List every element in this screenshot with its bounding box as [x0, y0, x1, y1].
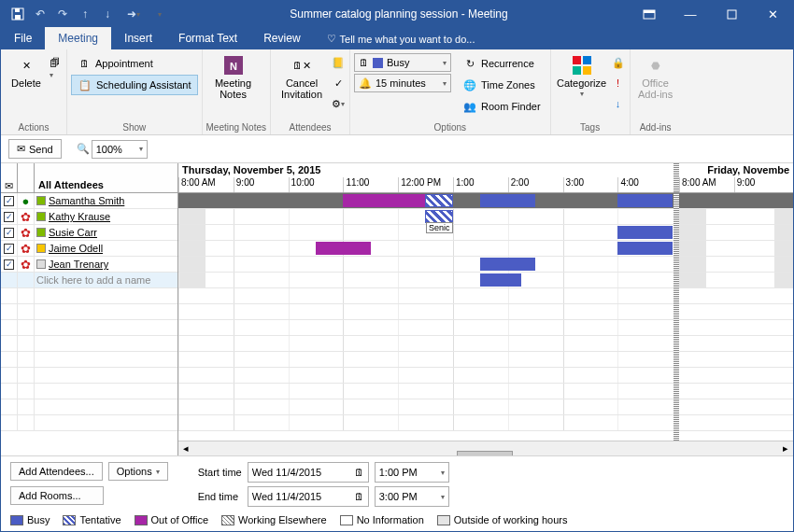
oof-swatch-icon: [135, 515, 148, 525]
group-label-show: Show: [71, 120, 198, 134]
horizontal-scrollbar[interactable]: ◂ ▸: [178, 441, 793, 455]
attendee-row[interactable]: ✓ ● Samantha Smith: [1, 193, 177, 209]
attendee-name: Samantha Smith: [49, 195, 124, 206]
envelope-column-icon[interactable]: ✉: [1, 163, 18, 192]
end-time-dropdown[interactable]: 3:00 PM▾: [375, 486, 449, 507]
checkbox-icon[interactable]: ✓: [4, 228, 14, 238]
categorize-button[interactable]: Categorize ▾: [555, 51, 609, 119]
attendee-row[interactable]: ✓ ✿ Jaime Odell: [1, 241, 177, 257]
add-attendee-row[interactable]: Click here to add a name: [1, 273, 177, 288]
svg-text:N: N: [230, 61, 237, 72]
ribbon-display-icon[interactable]: [629, 1, 670, 27]
presence-icon: [36, 259, 46, 269]
checkbox-icon[interactable]: ✓: [4, 244, 14, 254]
freebusy-block-tentative[interactable]: Senic: [425, 210, 453, 223]
add-attendees-button[interactable]: Add Attendees...: [10, 462, 103, 481]
options-button[interactable]: Options ▾: [108, 462, 168, 481]
tab-insert[interactable]: Insert: [111, 27, 165, 49]
scroll-left-icon[interactable]: ◂: [178, 442, 193, 455]
delete-icon: ✕: [16, 55, 36, 76]
undo-icon[interactable]: ↶: [31, 5, 50, 23]
attendee-list: ✉ All Attendees ✓ ● Samantha Smith ✓ ✿ K…: [1, 163, 178, 455]
next-icon[interactable]: ↓: [98, 5, 117, 23]
private-icon[interactable]: 🔒: [611, 55, 626, 70]
tab-format-text[interactable]: Format Text: [165, 27, 250, 49]
window-controls: ― ✕: [629, 1, 793, 27]
forward-icon[interactable]: ➜▾: [121, 5, 147, 23]
room-finder-button[interactable]: 👥Room Finder: [457, 96, 546, 117]
freebusy-block-busy[interactable]: [617, 226, 673, 239]
delete-button[interactable]: ✕ Delete: [5, 51, 48, 119]
group-label-tags: Tags: [555, 120, 626, 134]
prev-icon[interactable]: ↑: [76, 5, 94, 23]
checkbox-icon[interactable]: ✓: [4, 212, 14, 222]
start-date-input[interactable]: Wed 11/4/2015🗓: [248, 462, 369, 483]
freebusy-block-busy[interactable]: [480, 258, 535, 271]
recurrence-button[interactable]: ↻Recurrence: [457, 53, 546, 74]
tentative-swatch-icon: [63, 515, 76, 525]
attendee-row[interactable]: ✓ ✿ Kathy Krause: [1, 209, 177, 225]
ribbon-group-tags: Categorize ▾ 🔒 ! ↓ Tags: [551, 49, 631, 134]
high-importance-icon[interactable]: !: [611, 76, 626, 91]
attendee-row[interactable]: ✓ ✿ Jean Trenary: [1, 257, 177, 273]
actions-more-icon[interactable]: 🗐▾: [50, 51, 63, 79]
response-options-icon[interactable]: ⚙▾: [331, 96, 346, 111]
quick-access-toolbar: ↶ ↷ ↑ ↓ ➜▾ ▾: [8, 5, 169, 23]
timeline-body[interactable]: Senic: [178, 193, 793, 441]
checkbox-icon[interactable]: ✓: [4, 259, 14, 270]
calendar-picker-icon[interactable]: 🗓: [354, 491, 364, 502]
redo-icon[interactable]: ↷: [53, 5, 72, 23]
calendar-picker-icon[interactable]: 🗓: [354, 467, 364, 478]
freebusy-block-busy: [617, 194, 673, 207]
meeting-notes-button[interactable]: N Meeting Notes: [206, 51, 261, 119]
busy-swatch-icon: [373, 58, 383, 68]
reminder-dropdown[interactable]: 🔔 15 minutes ▾: [354, 74, 451, 92]
maximize-icon[interactable]: [711, 1, 752, 27]
tab-meeting[interactable]: Meeting: [45, 27, 111, 49]
checkbox-icon[interactable]: ✓: [4, 196, 14, 206]
low-importance-icon[interactable]: ↓: [611, 96, 626, 111]
send-button[interactable]: ✉ Send: [8, 139, 62, 159]
appointment-button[interactable]: 🗓 Appointment: [71, 53, 198, 74]
start-time-dropdown[interactable]: 1:00 PM▾: [375, 462, 449, 483]
day1-hours: 8:00 AM 9:00 10:00 11:00 12:00 PM 1:00 2…: [178, 177, 673, 192]
time-zones-button[interactable]: 🌐Time Zones: [457, 75, 546, 95]
svg-rect-4: [644, 10, 655, 13]
chevron-down-icon: ▾: [580, 91, 584, 99]
recurrence-icon: ↻: [462, 56, 477, 71]
categorize-icon: [572, 55, 592, 76]
freebusy-block-busy[interactable]: [617, 242, 673, 255]
tab-review[interactable]: Review: [250, 27, 313, 49]
minimize-icon[interactable]: ―: [670, 1, 711, 27]
show-as-dropdown[interactable]: 🗓 Busy ▾: [354, 53, 451, 72]
freebusy-block-busy[interactable]: [480, 273, 521, 287]
tell-me-search[interactable]: ♡ Tell me what you want to do...: [314, 28, 489, 49]
timeline: Thursday, November 5, 2015 8:00 AM 9:00 …: [178, 163, 793, 455]
check-names-icon[interactable]: ✓: [331, 76, 346, 91]
qat-customize-icon[interactable]: ▾: [150, 5, 169, 23]
close-icon[interactable]: ✕: [752, 1, 793, 27]
scroll-right-icon[interactable]: ▸: [778, 442, 793, 455]
zoom-dropdown[interactable]: 100%▾: [92, 140, 148, 159]
attendee-row[interactable]: ✓ ✿ Susie Carr: [1, 225, 177, 241]
address-book-icon[interactable]: 📒: [331, 55, 346, 70]
freebusy-block-oof[interactable]: [316, 242, 371, 255]
svg-rect-10: [573, 66, 581, 75]
zoom-icon[interactable]: 🔍: [77, 143, 90, 155]
end-date-input[interactable]: Wed 11/4/2015🗓: [248, 486, 369, 507]
presence-icon: [36, 212, 46, 221]
scroll-thumb[interactable]: [457, 451, 513, 456]
office-addins-button[interactable]: ⬣ Office Add-ins: [634, 51, 677, 119]
start-time-label: Start time: [198, 467, 242, 478]
tab-file[interactable]: File: [1, 27, 45, 49]
cancel-invitation-button[interactable]: 🗓✕ Cancel Invitation: [275, 51, 329, 119]
ribbon-group-show: 🗓 Appointment 📋 Scheduling Assistant Sho…: [67, 49, 203, 134]
presence-icon: [36, 196, 46, 205]
timeline-header: Thursday, November 5, 2015 8:00 AM 9:00 …: [178, 163, 793, 193]
add-rooms-button[interactable]: Add Rooms...: [10, 486, 104, 505]
window-title: Summer catalog planning session - Meetin…: [169, 7, 629, 21]
scheduling-assistant-button[interactable]: 📋 Scheduling Assistant: [71, 75, 198, 95]
save-icon[interactable]: [8, 5, 27, 23]
presence-icon: [36, 228, 46, 237]
svg-rect-8: [573, 56, 581, 64]
